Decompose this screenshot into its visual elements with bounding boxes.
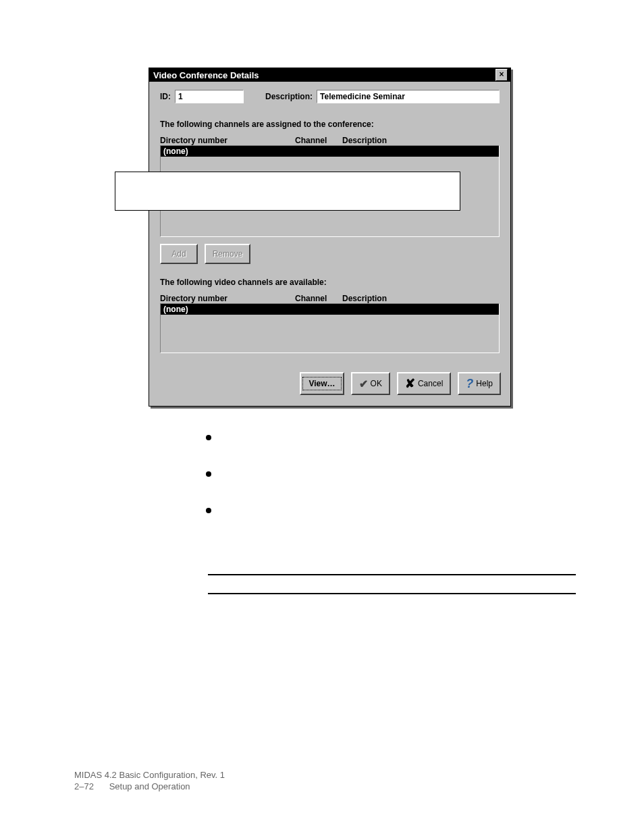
remove-button: Remove	[205, 244, 250, 264]
list-item[interactable]: (none)	[161, 304, 499, 315]
ok-button[interactable]: ✔ OK	[351, 372, 390, 395]
list-item[interactable]: (none)	[161, 146, 499, 157]
add-button: Add	[160, 244, 198, 264]
dialog-titlebar: Video Conference Details ×	[149, 68, 510, 82]
list-item	[206, 505, 543, 513]
overlay-box	[115, 172, 460, 211]
available-channels-list[interactable]: (none)	[160, 303, 500, 353]
col-description: Description	[342, 294, 500, 303]
horizontal-rules	[208, 574, 576, 612]
footer-line1: MIDAS 4.2 Basic Configuration, Rev. 1	[74, 770, 225, 780]
video-conference-details-dialog: Video Conference Details × ID: 1 Descrip…	[149, 68, 511, 407]
question-icon: ?	[466, 377, 473, 391]
description-input[interactable]: Telemedicine Seminar	[317, 90, 500, 103]
bullet-icon	[206, 435, 211, 440]
col-directory-number: Directory number	[160, 294, 295, 303]
page-number: 2–72	[74, 781, 107, 791]
assigned-list-headers: Directory number Channel Description	[160, 136, 500, 145]
close-icon[interactable]: ×	[495, 69, 508, 81]
bullet-list	[206, 432, 543, 542]
assigned-channels-text: The following channels are assigned to t…	[160, 120, 500, 129]
available-channels-text: The following video channels are availab…	[160, 278, 500, 287]
bullet-icon	[206, 508, 211, 513]
bullet-icon	[206, 471, 211, 477]
description-label: Description:	[265, 92, 313, 101]
cancel-button[interactable]: ✘ Cancel	[397, 372, 451, 395]
list-item	[206, 432, 543, 440]
checkmark-icon: ✔	[359, 377, 368, 390]
col-channel: Channel	[295, 136, 342, 145]
available-list-headers: Directory number Channel Description	[160, 294, 500, 303]
view-button[interactable]: View…	[300, 372, 344, 395]
col-description: Description	[342, 136, 500, 145]
col-directory-number: Directory number	[160, 136, 295, 145]
id-input[interactable]: 1	[175, 90, 244, 103]
list-item	[206, 469, 543, 477]
dialog-title: Video Conference Details	[153, 70, 259, 80]
page-footer: MIDAS 4.2 Basic Configuration, Rev. 1 2–…	[74, 770, 225, 791]
id-label: ID:	[160, 92, 171, 101]
section-title: Setup and Operation	[109, 781, 190, 791]
x-icon: ✘	[405, 376, 415, 391]
col-channel: Channel	[295, 294, 342, 303]
help-button[interactable]: ? Help	[458, 372, 501, 395]
